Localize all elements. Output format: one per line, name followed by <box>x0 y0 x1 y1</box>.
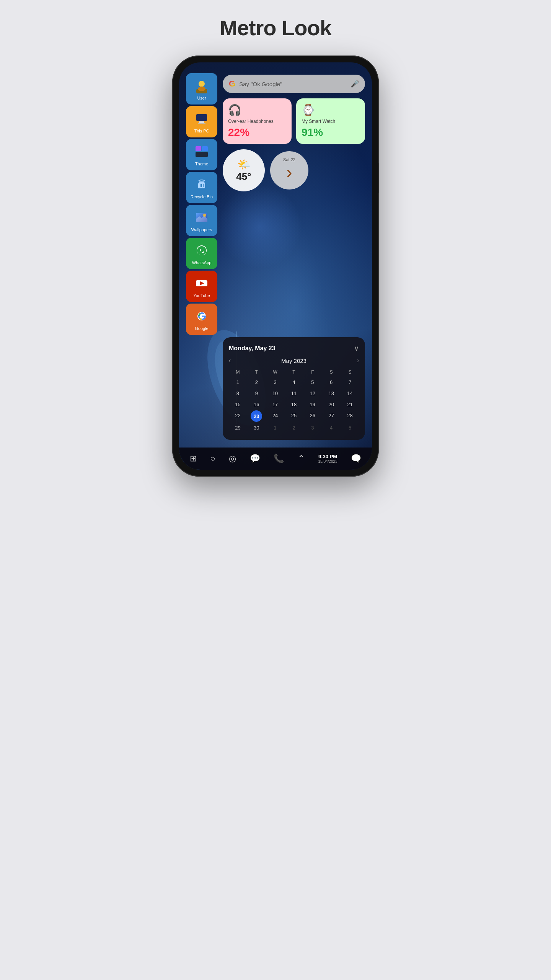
calendar-next-button[interactable]: › <box>357 357 359 364</box>
whatsapp-icon <box>193 242 210 259</box>
cal-day[interactable]: 26 <box>303 410 321 422</box>
weather-clock-row: 🌤️ 45° Sat 22 › <box>223 149 365 191</box>
phone-icon[interactable]: 📞 <box>274 454 284 464</box>
svg-rect-12 <box>196 146 201 151</box>
cal-day[interactable]: 1 <box>266 423 284 433</box>
sidebar-item-recycle[interactable]: Recycle Bin <box>186 172 217 203</box>
cal-day[interactable]: 9 <box>248 388 266 399</box>
home-icon[interactable]: ○ <box>210 454 215 464</box>
main-content-area: G Say "Ok Google" 🎤 🎧 Over-ear Headphone… <box>223 69 365 463</box>
bottom-navigation-bar: ⊞ ○ ◎ 💬 📞 ⌃ 9:30 PM 15/04/2023 🗨️ <box>179 448 372 470</box>
cal-day[interactable]: 18 <box>285 399 303 410</box>
cal-day[interactable]: 13 <box>322 388 340 399</box>
sidebar-item-wallpapers[interactable]: Wallpapers <box>186 205 217 236</box>
phone-screen: User This PC Theme Recycle Bin <box>179 62 372 470</box>
svg-rect-10 <box>198 123 205 124</box>
mic-icon[interactable]: 🎤 <box>350 80 359 88</box>
cal-day-header: W <box>266 368 284 376</box>
calendar-header: Monday, May 23 ∨ <box>229 344 359 353</box>
thispc-label: This PC <box>194 129 209 133</box>
cal-day[interactable]: 4 <box>285 377 303 387</box>
calendar-prev-button[interactable]: ‹ <box>229 357 231 364</box>
cal-day[interactable]: 6 <box>322 377 340 387</box>
sidebar-item-google[interactable]: Google <box>186 304 217 335</box>
cal-day[interactable]: 1 <box>229 377 247 387</box>
sidebar-item-youtube[interactable]: YouTube <box>186 271 217 302</box>
cal-day[interactable]: 22 <box>229 410 247 422</box>
watch-widget[interactable]: ⌚ My Smart Watch 91% <box>296 98 365 144</box>
cal-day[interactable]: 24 <box>266 410 284 422</box>
cal-day[interactable]: 20 <box>322 399 340 410</box>
user-label: User <box>197 96 206 100</box>
watch-icon: ⌚ <box>302 104 360 116</box>
cal-day[interactable]: 15 <box>229 399 247 410</box>
up-icon[interactable]: ⌃ <box>298 454 305 464</box>
svg-rect-13 <box>202 146 208 151</box>
cal-day[interactable]: 2 <box>285 423 303 433</box>
clock-widget[interactable]: Sat 22 › <box>270 151 308 189</box>
svg-point-6 <box>198 87 205 91</box>
calendar-grid: MTWTFSS123456789101112131415161718192021… <box>229 368 359 433</box>
calendar-nav: ‹ May 2023 › <box>229 357 359 364</box>
sidebar-item-whatsapp[interactable]: WhatsApp <box>186 238 217 269</box>
status-time: 9:30 PM 15/04/2023 <box>318 454 337 464</box>
headphones-icon: 🎧 <box>228 104 286 116</box>
calendar-expand-icon[interactable]: ∨ <box>354 344 359 353</box>
cal-day[interactable]: 27 <box>322 410 340 422</box>
cal-day-header: M <box>229 368 247 376</box>
cal-day[interactable]: 17 <box>266 399 284 410</box>
cal-day[interactable]: 12 <box>303 388 321 399</box>
cal-day[interactable]: 7 <box>341 377 359 387</box>
cal-day[interactable]: 3 <box>266 377 284 387</box>
cal-day[interactable]: 4 <box>322 423 340 433</box>
youtube-label: YouTube <box>193 293 210 298</box>
cal-day[interactable]: 11 <box>285 388 303 399</box>
page-title: Metro Look <box>220 15 331 40</box>
cal-day[interactable]: 2 <box>248 377 266 387</box>
cal-day[interactable]: 28 <box>341 410 359 422</box>
wallpapers-icon <box>193 209 210 226</box>
cal-day[interactable]: 10 <box>266 388 284 399</box>
cal-day-header: F <box>303 368 321 376</box>
svg-rect-9 <box>199 121 204 123</box>
cal-day[interactable]: 21 <box>341 399 359 410</box>
date-display: 15/04/2023 <box>318 459 337 464</box>
search-placeholder: Say "Ok Google" <box>239 81 347 87</box>
cal-day[interactable]: 14 <box>341 388 359 399</box>
sidebar-item-thispc[interactable]: This PC <box>186 106 217 137</box>
calendar-widget: Monday, May 23 ∨ ‹ May 2023 › MTWTFSS123… <box>223 337 365 440</box>
google-label: Google <box>195 326 208 331</box>
headphones-widget[interactable]: 🎧 Over-ear Headphones 22% <box>223 98 292 144</box>
cal-day[interactable]: 5 <box>303 377 321 387</box>
google-search-bar[interactable]: G Say "Ok Google" 🎤 <box>223 75 365 93</box>
system-icon[interactable]: ◎ <box>229 454 236 464</box>
cal-day[interactable]: 30 <box>248 423 266 433</box>
cal-day[interactable]: 19 <box>303 399 321 410</box>
svg-point-20 <box>203 214 206 217</box>
messages-icon[interactable]: 💬 <box>250 454 260 464</box>
whatsapp-label: WhatsApp <box>192 260 212 265</box>
wallpapers-label: Wallpapers <box>191 227 212 232</box>
cal-day[interactable]: 16 <box>248 399 266 410</box>
calendar-month-year: May 2023 <box>281 358 306 364</box>
user-icon <box>193 77 210 94</box>
cal-day[interactable]: 25 <box>285 410 303 422</box>
cal-day-header: S <box>322 368 340 376</box>
cal-day[interactable]: 3 <box>303 423 321 433</box>
weather-widget[interactable]: 🌤️ 45° <box>223 149 265 191</box>
cal-day[interactable]: 8 <box>229 388 247 399</box>
notification-icon[interactable]: 🗨️ <box>351 454 361 464</box>
sidebar-item-theme[interactable]: Theme <box>186 139 217 170</box>
sidebar: User This PC Theme Recycle Bin <box>186 69 220 463</box>
cal-day[interactable]: 23 <box>251 410 262 422</box>
svg-rect-8 <box>196 114 207 121</box>
sidebar-item-user[interactable]: User <box>186 73 217 105</box>
google-icon <box>193 308 210 325</box>
cal-day[interactable]: 29 <box>229 423 247 433</box>
watch-percent: 91% <box>302 126 360 139</box>
clock-date: Sat 22 <box>283 157 295 162</box>
cal-day[interactable]: 5 <box>341 423 359 433</box>
recycle-label: Recycle Bin <box>191 194 213 199</box>
phone-shell: User This PC Theme Recycle Bin <box>172 56 379 477</box>
recents-icon[interactable]: ⊞ <box>190 454 197 464</box>
